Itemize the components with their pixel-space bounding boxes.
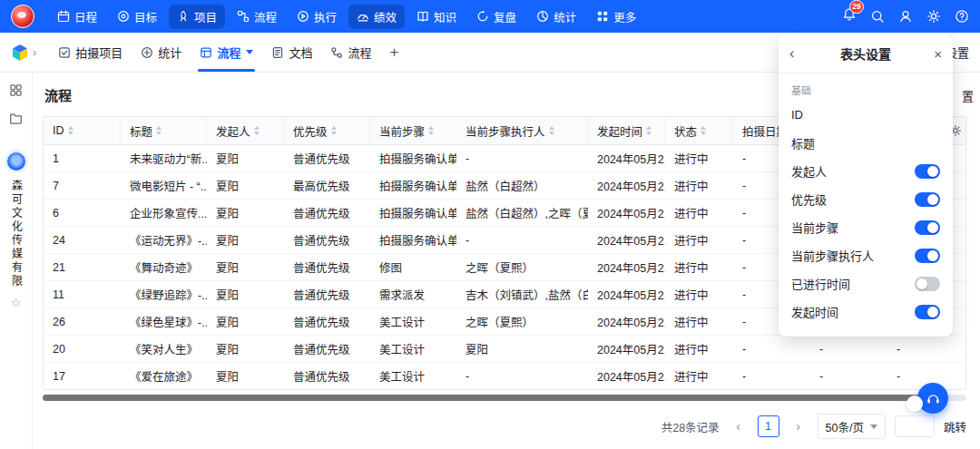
column-header-0[interactable]: ID <box>44 117 121 144</box>
page-size-value: 50条/页 <box>826 418 864 435</box>
table-cell-4-0: 21 <box>44 261 121 274</box>
assistant-button[interactable] <box>917 383 948 414</box>
table-cell-5-4: 需求派发 <box>370 286 456 303</box>
sort-icon[interactable] <box>156 126 162 135</box>
table-cell-7-3: 普通优先级 <box>284 340 370 357</box>
workspace-cube-icon[interactable] <box>11 44 29 62</box>
table-row[interactable]: 17《爱在旅途》夏阳普通优先级美工设计-2024年05月2...进行中--- <box>44 363 965 389</box>
toggle-switch[interactable] <box>915 192 940 207</box>
topnav-item-goals[interactable]: 目标 <box>109 5 165 29</box>
topnav-right-icons: 29 <box>842 7 969 25</box>
topnav-item-performance[interactable]: 绩效 <box>348 5 405 29</box>
back-icon[interactable]: ‹ <box>789 45 802 62</box>
topnav-item-review[interactable]: 复盘 <box>468 5 524 29</box>
toolbar-partial-label[interactable]: 置 <box>962 87 974 104</box>
sort-icon[interactable] <box>68 126 74 135</box>
topnav-item-schedule[interactable]: 日程 <box>49 5 105 29</box>
toggle-switch[interactable] <box>915 277 940 291</box>
sort-icon[interactable] <box>254 126 260 135</box>
column-header-1[interactable]: 标题 <box>121 117 207 144</box>
topnav-item-label: 目标 <box>134 8 157 25</box>
topnav-item-more[interactable]: 更多 <box>588 5 644 29</box>
scrollbar-thumb[interactable] <box>43 395 938 401</box>
tab-flow-2[interactable]: 流程 <box>321 33 380 72</box>
apps-grid-icon[interactable] <box>9 83 23 97</box>
tab-docs[interactable]: 文档 <box>262 33 321 72</box>
toggle-switch[interactable] <box>915 249 940 263</box>
chevron-right-icon[interactable]: › <box>33 45 36 59</box>
topnav-item-execute[interactable]: 执行 <box>289 5 345 29</box>
close-icon[interactable]: × <box>929 46 942 62</box>
knowledge-icon <box>416 10 429 23</box>
add-tab-button[interactable]: + <box>380 44 407 62</box>
column-header-7[interactable]: 状态 <box>665 117 733 144</box>
tab-shooting-project[interactable]: 拍摄项目 <box>49 33 132 72</box>
prev-page-button[interactable]: ‹ <box>729 416 749 436</box>
notification-badge: 29 <box>849 0 864 14</box>
table-cell-1-7: 进行中 <box>665 177 733 194</box>
topnav-item-projects[interactable]: 项目 <box>169 5 225 29</box>
notifications-button[interactable]: 29 <box>842 7 857 25</box>
page-jump-button[interactable]: 跳转 <box>944 418 966 435</box>
column-header-4[interactable]: 当前步骤 <box>370 117 456 144</box>
search-icon[interactable] <box>870 9 885 24</box>
performance-icon <box>357 10 369 23</box>
column-header-3[interactable]: 优先级 <box>284 117 370 144</box>
panel-item-label: 发起时间 <box>791 303 838 320</box>
tab-statistics[interactable]: 统计 <box>132 33 191 72</box>
table-row[interactable]: 20《笑对人生》夏阳普通优先级美工设计夏阳2024年05月2...进行中--- <box>44 336 965 363</box>
page-jump-input[interactable] <box>895 415 935 437</box>
folder-icon[interactable] <box>9 112 23 125</box>
table-cell-8-8: - <box>733 370 810 383</box>
topnav-item-flow[interactable]: 流程 <box>229 5 285 29</box>
table-cell-2-0: 6 <box>44 207 121 220</box>
next-page-button[interactable]: › <box>789 416 808 436</box>
table-cell-7-9: - <box>810 343 887 356</box>
table-cell-4-3: 普通优先级 <box>284 259 370 276</box>
workspace-avatar[interactable] <box>7 152 25 171</box>
help-icon[interactable] <box>955 9 969 24</box>
table-cell-6-5: 之晖（夏熙） <box>456 313 588 330</box>
topnav-item-stats[interactable]: 统计 <box>528 5 584 29</box>
sort-icon[interactable] <box>549 126 554 135</box>
assistant-headset-icon <box>926 391 941 406</box>
table-cell-4-6: 2024年05月2... <box>588 259 665 276</box>
column-header-5[interactable]: 当前步骤执行人 <box>456 117 588 144</box>
table-cell-2-2: 夏阳 <box>207 204 284 221</box>
panel-item-2: 发起人 <box>791 157 940 185</box>
sort-icon[interactable] <box>646 126 652 135</box>
column-header-label: 发起时间 <box>597 122 642 140</box>
gear-icon[interactable] <box>926 9 941 24</box>
top-navigation-bar: 日程目标项目流程执行绩效知识复盘统计更多 29 <box>0 0 980 33</box>
user-icon[interactable] <box>898 9 913 24</box>
toggle-switch[interactable] <box>915 305 940 319</box>
table-cell-5-1: 《绿野追踪》-... <box>121 286 207 303</box>
sort-icon[interactable] <box>331 126 337 135</box>
toggle-switch[interactable] <box>915 220 940 235</box>
table-cell-1-2: 夏阳 <box>207 177 284 194</box>
column-header-2[interactable]: 发起人 <box>207 117 284 144</box>
company-name: 森可文化传媒有限 <box>10 180 23 288</box>
sort-icon[interactable] <box>701 126 706 135</box>
horizontal-scrollbar <box>43 395 966 401</box>
table-cell-6-6: 2024年05月2... <box>588 313 665 330</box>
panel-item-0: ID <box>791 101 940 129</box>
current-page-button[interactable]: 1 <box>758 415 779 437</box>
star-icon[interactable]: ☆ <box>11 296 22 309</box>
toggle-switch[interactable] <box>915 164 940 179</box>
topnav-item-knowledge[interactable]: 知识 <box>408 5 465 29</box>
table-cell-7-8: - <box>733 343 810 356</box>
table-cell-7-5: 夏阳 <box>456 340 588 357</box>
column-header-6[interactable]: 发起时间 <box>588 117 665 144</box>
table-cell-2-7: 进行中 <box>665 204 733 221</box>
app-logo[interactable] <box>11 5 34 28</box>
table-cell-0-7: 进行中 <box>665 150 733 167</box>
tab-flow[interactable]: 流程 <box>191 33 262 72</box>
page-size-select[interactable]: 50条/页 <box>818 414 886 439</box>
table-cell-3-5: - <box>456 234 588 247</box>
table-cell-5-2: 夏阳 <box>207 286 284 303</box>
panel-item-label: 当前步骤执行人 <box>791 247 874 264</box>
table-cell-2-6: 2024年05月2... <box>588 204 665 221</box>
sort-icon[interactable] <box>428 126 434 135</box>
panel-item-label: 优先级 <box>791 190 827 208</box>
